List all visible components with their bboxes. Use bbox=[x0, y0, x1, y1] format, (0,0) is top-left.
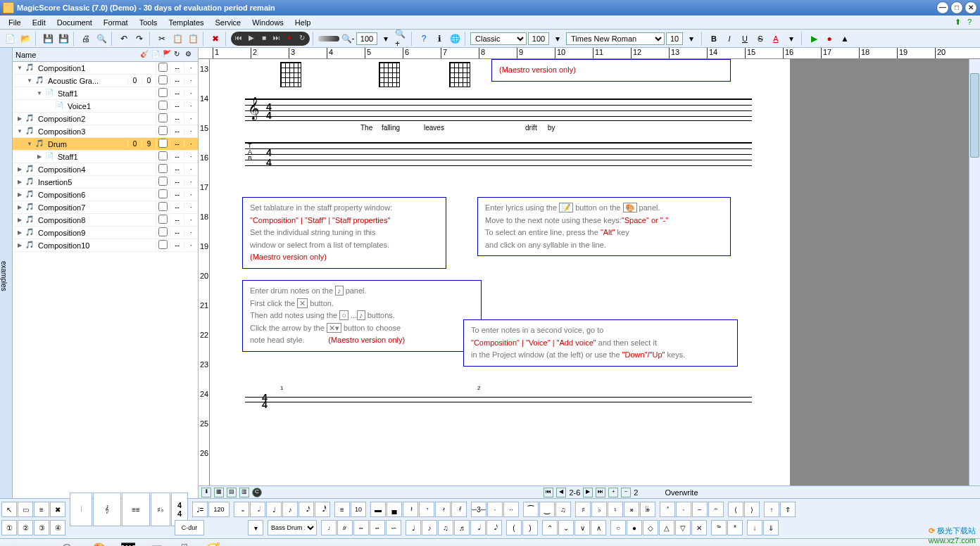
refresh-icon[interactable]: ↻ bbox=[174, 50, 184, 60]
tab-lines-input[interactable] bbox=[351, 502, 366, 517]
chords-mode-icon[interactable]: Cm bbox=[62, 542, 82, 547]
menu-edit[interactable]: Edit bbox=[27, 17, 51, 28]
menu-service[interactable]: Service bbox=[210, 17, 247, 28]
page-last-button[interactable]: ⏭ bbox=[596, 488, 605, 497]
clef-tool[interactable]: 𝄞 bbox=[93, 493, 121, 526]
status-icon-1[interactable]: ⬇ bbox=[201, 488, 211, 497]
half-note-button[interactable]: 𝅗𝅥 bbox=[250, 502, 265, 517]
treble-staff[interactable]: 𝄞 4 4 The falling leaves drift by bbox=[245, 99, 752, 121]
score-icon[interactable]: 📄 bbox=[151, 50, 161, 60]
eighth-rest-button[interactable]: 𝄾 bbox=[419, 502, 434, 517]
compass-mode-icon[interactable]: 🧭 bbox=[203, 542, 222, 547]
copy-button[interactable]: 📋 bbox=[170, 32, 184, 46]
status-icon-5[interactable]: C bbox=[252, 488, 262, 497]
page-add-button[interactable]: + bbox=[608, 488, 618, 497]
tempo-down-button[interactable]: ▾ bbox=[248, 520, 263, 535]
layer-2-button[interactable]: ② bbox=[18, 520, 33, 535]
close-button[interactable]: ✕ bbox=[965, 1, 977, 14]
half-rest-button[interactable]: ▄ bbox=[387, 502, 402, 517]
eraser-tool[interactable]: ✖ bbox=[50, 502, 65, 517]
examples-tab[interactable]: examples bbox=[0, 48, 13, 498]
page-remove-button[interactable]: − bbox=[621, 488, 631, 497]
bold-button[interactable]: B bbox=[707, 32, 721, 46]
tree-row[interactable]: ▶🎵Composition7--· bbox=[13, 201, 198, 214]
tree-row[interactable]: ▼📄Staff1--· bbox=[13, 87, 198, 100]
zoom-out-button[interactable]: 🔍- bbox=[341, 32, 355, 46]
staff-tool[interactable]: ≡≡ bbox=[122, 493, 150, 526]
crescendo-button[interactable]: ⟨ bbox=[728, 502, 743, 517]
redo-button[interactable]: ↷ bbox=[132, 32, 146, 46]
tree-row[interactable]: ▶🎵Composition4--· bbox=[13, 163, 198, 176]
project-tree[interactable]: ▼🎵Composition1--·▼🎵Acoustic Gra...00--·▼… bbox=[13, 62, 198, 498]
tools-mode-icon[interactable]: ✂ bbox=[34, 542, 54, 547]
metronome-button[interactable]: ▲ bbox=[838, 32, 852, 46]
clef-label[interactable] bbox=[175, 520, 204, 535]
tree-row[interactable]: ▼🎵Composition1--· bbox=[13, 62, 198, 75]
italic-button[interactable]: I bbox=[722, 32, 736, 46]
tuplet-3-button[interactable]: ─3─ bbox=[471, 502, 486, 517]
natural-button[interactable]: ♮ bbox=[608, 502, 623, 517]
tab-lines-button[interactable]: ≡ bbox=[334, 502, 350, 517]
menu-up-icon[interactable]: ⬆ bbox=[955, 18, 965, 27]
font-size-dropdown-icon[interactable]: ▾ bbox=[684, 32, 698, 46]
zoom-in-button[interactable]: 🔍+ bbox=[394, 32, 408, 46]
delete-button[interactable]: ✖ bbox=[208, 32, 222, 46]
flat-button[interactable]: ♭ bbox=[591, 502, 607, 517]
bracket-button[interactable]: ( bbox=[506, 520, 522, 535]
tab-staff[interactable]: TAB 4 4 bbox=[245, 142, 752, 170]
font-color-dropdown-icon[interactable]: ▾ bbox=[784, 32, 798, 46]
notes-mode-icon[interactable]: ♪ bbox=[6, 542, 25, 547]
quarter-note-button[interactable]: ♩ bbox=[266, 502, 282, 517]
record-button[interactable]: ● bbox=[284, 34, 294, 44]
bracket-close-button[interactable]: ) bbox=[522, 520, 538, 535]
note-var-3[interactable]: ♫ bbox=[438, 520, 453, 535]
volume-slider[interactable] bbox=[318, 36, 339, 42]
sharp-button[interactable]: ♯ bbox=[575, 502, 591, 517]
vertical-scrollbar[interactable] bbox=[969, 59, 980, 485]
menu-file[interactable]: File bbox=[3, 17, 27, 28]
menu-tools[interactable]: Tools bbox=[134, 17, 163, 28]
style-size-input[interactable] bbox=[528, 32, 549, 45]
zoom-input[interactable] bbox=[356, 32, 377, 45]
note-var-1[interactable]: ♩ bbox=[406, 520, 421, 535]
fermata-button[interactable]: 𝄐 bbox=[708, 502, 724, 517]
tenuto-button[interactable]: − bbox=[692, 502, 708, 517]
stop-button[interactable]: ■ bbox=[259, 34, 269, 44]
articulation-2[interactable]: ⌄ bbox=[558, 520, 574, 535]
octave-up-button[interactable]: ↑ bbox=[764, 502, 779, 517]
glyph-4[interactable]: △ bbox=[659, 520, 674, 535]
undo-button[interactable]: ↶ bbox=[117, 32, 131, 46]
tree-row[interactable]: ▶🎵Insertion5--· bbox=[13, 176, 198, 189]
sixteenth-rest-button[interactable]: 𝄿 bbox=[435, 502, 451, 517]
preview-button[interactable]: 🔍 bbox=[94, 32, 108, 46]
minimize-button[interactable]: — bbox=[936, 1, 949, 14]
play-score-button[interactable]: ▶ bbox=[807, 32, 821, 46]
note-var-6[interactable]: 𝅘𝅥𝅮 bbox=[486, 520, 502, 535]
tie-button[interactable]: ⁀ bbox=[523, 502, 539, 517]
decrescendo-button[interactable]: ⟩ bbox=[744, 502, 760, 517]
double-flat-button[interactable]: 𝄫 bbox=[640, 502, 655, 517]
dot-button[interactable]: · bbox=[487, 502, 503, 517]
glyph-3[interactable]: ◇ bbox=[643, 520, 658, 535]
octave-down-button[interactable]: ↓ bbox=[747, 520, 762, 535]
pedal-button[interactable]: 𝆮 bbox=[711, 520, 727, 535]
thirtysecond-note-button[interactable]: 𝅘𝅥𝅰 bbox=[315, 502, 330, 517]
trill-button[interactable]: 𝆗 bbox=[353, 520, 369, 535]
font-size-input[interactable] bbox=[666, 32, 683, 45]
glyph-1[interactable]: ○ bbox=[610, 520, 626, 535]
palette-mode-icon[interactable]: 🎨 bbox=[90, 542, 110, 547]
barline-tool[interactable]: 𝄀 bbox=[70, 493, 92, 526]
page-next-button[interactable]: ▶ bbox=[583, 488, 593, 497]
maximize-button[interactable]: □ bbox=[950, 1, 963, 14]
status-icon-2[interactable]: ▦ bbox=[214, 488, 224, 497]
whole-rest-button[interactable]: ▬ bbox=[370, 502, 386, 517]
tree-row[interactable]: ▶🎵Composition9--· bbox=[13, 227, 198, 239]
arrow-down-button[interactable]: ⇓ bbox=[763, 520, 779, 535]
underline-button[interactable]: U bbox=[738, 32, 752, 46]
tree-row[interactable]: ▶🎵Composition8--· bbox=[13, 214, 198, 227]
menu-windows[interactable]: Windows bbox=[246, 17, 289, 28]
text-tool[interactable]: ≡ bbox=[34, 502, 49, 517]
mixer-mode-icon[interactable]: 🎚 bbox=[175, 542, 194, 547]
glyph-2[interactable]: ● bbox=[627, 520, 642, 535]
drum-select[interactable]: Bass Drum 2 bbox=[268, 520, 317, 535]
